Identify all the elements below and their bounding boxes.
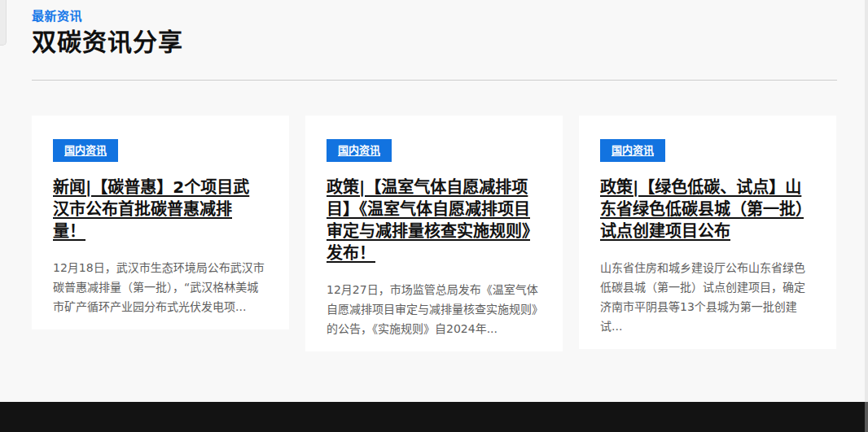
category-badge[interactable]: 国内资讯 (600, 139, 665, 162)
footer-bar (0, 402, 868, 432)
news-card[interactable]: 国内资讯 政策|【温室气体自愿减排项目】《温室气体自愿减排项目审定与减排量核查实… (305, 116, 563, 351)
edge-handle (0, 0, 7, 46)
card-excerpt: 12月27日，市场监管总局发布《温室气体自愿减排项目审定与减排量核查实施规则》的… (327, 280, 541, 338)
page-title: 双碳资讯分享 (32, 27, 837, 58)
category-badge[interactable]: 国内资讯 (327, 139, 392, 162)
card-excerpt: 12月18日，武汉市生态环境局公布武汉市碳普惠减排量（第一批），“武汉格林美城市… (53, 258, 268, 316)
card-title-link[interactable]: 政策|【绿色低碳、试点】山东省绿色低碳县城（第一批）试点创建项目公布 (600, 177, 804, 242)
card-title-link[interactable]: 新闻|【碳普惠】2个项目武汉市公布首批碳普惠减排量！ (53, 177, 256, 242)
news-card-list: 国内资讯 新闻|【碳普惠】2个项目武汉市公布首批碳普惠减排量！ 12月18日，武… (32, 116, 837, 351)
page: 最新资讯 双碳资讯分享 国内资讯 新闻|【碳普惠】2个项目武汉市公布首批碳普惠减… (0, 0, 868, 432)
news-card[interactable]: 国内资讯 新闻|【碳普惠】2个项目武汉市公布首批碳普惠减排量！ 12月18日，武… (32, 116, 289, 329)
news-section: 最新资讯 双碳资讯分享 国内资讯 新闻|【碳普惠】2个项目武汉市公布首批碳普惠减… (32, 7, 837, 351)
section-eyebrow: 最新资讯 (32, 7, 837, 24)
card-title-link[interactable]: 政策|【温室气体自愿减排项目】《温室气体自愿减排项目审定与减排量核查实施规则》发… (327, 177, 530, 264)
news-card[interactable]: 国内资讯 政策|【绿色低碳、试点】山东省绿色低碳县城（第一批）试点创建项目公布 … (579, 116, 836, 349)
card-excerpt: 山东省住房和城乡建设厅公布山东省绿色低碳县城（第一批）试点创建项目，确定济南市平… (600, 258, 815, 336)
scrollbar[interactable] (865, 0, 868, 432)
section-divider (32, 80, 837, 81)
category-badge[interactable]: 国内资讯 (53, 139, 118, 162)
